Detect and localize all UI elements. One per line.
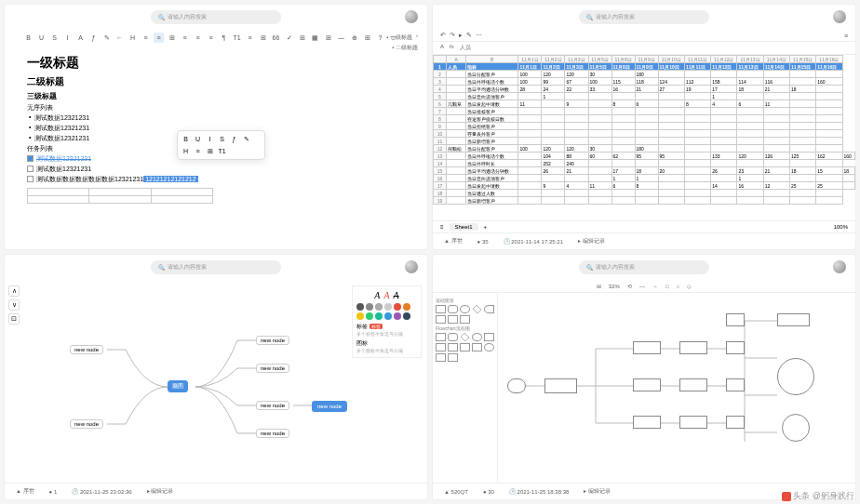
code-button[interactable]: ▦ — [310, 33, 320, 43]
float-format[interactable]: ƒ — [229, 134, 239, 144]
underline-button[interactable]: U — [36, 33, 47, 43]
footer-edit[interactable]: ▸ 编辑记录 — [584, 487, 611, 496]
highlight-button[interactable]: ✎ — [101, 33, 112, 43]
rect-tool[interactable]: □ — [665, 284, 669, 289]
mindmap-node[interactable]: new node — [256, 401, 289, 410]
arrow-tool[interactable]: → — [652, 284, 658, 289]
help-button[interactable]: ? — [375, 33, 385, 43]
shape-storage[interactable] — [448, 343, 458, 351]
avatar[interactable] — [833, 260, 846, 273]
line-tool[interactable]: — — [639, 284, 645, 289]
color-swatch[interactable] — [394, 303, 401, 311]
color-swatch[interactable] — [384, 312, 392, 320]
task-item[interactable]: 测试数据12321231 — [27, 165, 405, 174]
undo-button[interactable]: ← — [114, 33, 125, 43]
attach-button[interactable]: ⊞ — [362, 33, 372, 43]
float-indent[interactable]: ⊞ — [205, 146, 215, 156]
grid-icon[interactable]: ⊞ — [597, 283, 601, 289]
float-bold[interactable]: B — [181, 134, 191, 144]
avatar[interactable] — [405, 10, 418, 23]
align-button[interactable]: ≡ — [180, 33, 190, 43]
spacing-button[interactable]: ≡ — [206, 33, 216, 43]
add-sheet-button[interactable]: + — [484, 224, 488, 230]
shape-process[interactable] — [436, 333, 446, 341]
quote-button[interactable]: 66 — [271, 33, 281, 43]
cell-ref[interactable]: A — [440, 44, 444, 52]
footer-edit[interactable]: ▸ 编辑记录 — [578, 237, 605, 245]
shape-hexagon[interactable] — [448, 315, 458, 324]
shape-prep[interactable] — [472, 343, 482, 351]
flow-node[interactable] — [679, 341, 707, 354]
shape-diamond[interactable] — [473, 305, 482, 314]
search-input[interactable]: 🔍 请输入内容搜索 — [151, 260, 281, 274]
list-button[interactable]: ≡ — [141, 33, 151, 43]
grid-button[interactable]: ⊞ — [323, 33, 333, 43]
float-strike[interactable]: S — [217, 134, 227, 144]
bold-button[interactable]: B — [23, 33, 34, 43]
zoom-in-button[interactable]: ∧ — [8, 285, 20, 297]
color-swatch[interactable] — [403, 312, 410, 320]
spreadsheet-grid[interactable]: AB11月1日11月2日11月3日11月5日11月8日11月9日11月10日11… — [433, 55, 855, 220]
flow-start[interactable] — [507, 378, 526, 393]
empty-table[interactable] — [27, 188, 213, 204]
shape-parallelogram[interactable] — [436, 315, 446, 324]
zoom-display[interactable]: 32% — [609, 284, 620, 289]
color-swatch[interactable] — [356, 303, 364, 311]
flow-node[interactable] — [777, 313, 810, 326]
divider-button[interactable]: — — [336, 33, 346, 43]
flow-node[interactable] — [679, 378, 707, 391]
toc-item[interactable]: • 一级标题 — [386, 33, 418, 43]
formula-input[interactable]: 人员 — [460, 44, 471, 52]
italic-button[interactable]: I — [62, 33, 73, 43]
toc-arrow-icon[interactable]: › — [416, 33, 418, 38]
flowchart-canvas[interactable] — [498, 293, 855, 483]
mindmap-node[interactable]: new node — [70, 345, 103, 354]
shape-roundrect[interactable] — [448, 305, 458, 313]
mindmap-node[interactable]: new node — [256, 336, 289, 345]
color-swatch[interactable] — [375, 303, 383, 311]
flow-circle[interactable] — [777, 358, 814, 395]
shape-manual[interactable] — [460, 343, 470, 351]
flow-node[interactable] — [726, 313, 745, 326]
justify-button[interactable]: ≡ — [193, 33, 203, 43]
search-input[interactable]: 🔍 请输入内容搜索 — [579, 260, 709, 274]
zoom-level[interactable]: 100% — [834, 224, 848, 230]
font-color-button[interactable]: A — [383, 290, 389, 300]
shape-card[interactable] — [436, 353, 446, 362]
mindmap-node-selected[interactable]: new node — [312, 401, 347, 412]
undo-icon[interactable]: ↶ — [440, 32, 446, 39]
checklist-button[interactable]: ✓ — [284, 33, 294, 43]
shape-data[interactable] — [484, 333, 494, 341]
toc-item[interactable]: • 二级标题 — [386, 43, 418, 53]
mindmap-canvas[interactable]: ∧ ∨ ⊡ new node new node 脑图 new node new … — [5, 280, 427, 483]
zoom-out-button[interactable]: ∨ — [8, 299, 20, 311]
color-swatch[interactable] — [366, 303, 373, 311]
flow-node[interactable] — [633, 378, 661, 391]
shape-terminator[interactable] — [448, 333, 458, 341]
shape-document[interactable] — [436, 343, 446, 351]
shape-ellipse[interactable] — [460, 305, 470, 313]
flow-node[interactable] — [726, 416, 745, 429]
cursor-icon[interactable]: ▸ — [459, 32, 463, 39]
mindmap-node[interactable]: new node — [70, 419, 103, 429]
color-swatch[interactable] — [356, 312, 364, 320]
paint-icon[interactable]: ✎ — [466, 32, 472, 39]
flow-node[interactable] — [633, 341, 661, 354]
shape-tape[interactable] — [448, 353, 458, 362]
search-input[interactable]: 🔍 请输入内容搜索 — [151, 10, 281, 24]
redo-icon[interactable]: ↷ — [450, 32, 455, 39]
tabs-menu-icon[interactable]: ≡ — [440, 224, 444, 230]
shape-circle[interactable] — [484, 343, 494, 351]
refresh-icon[interactable]: ⟲ — [627, 283, 632, 289]
float-italic[interactable]: I — [205, 134, 215, 144]
fit-button[interactable]: ⊡ — [8, 313, 20, 325]
flow-node[interactable] — [633, 416, 661, 429]
color-swatch[interactable] — [403, 303, 410, 311]
color-swatch[interactable] — [366, 312, 373, 320]
menu-icon[interactable]: ≡ — [844, 33, 848, 39]
float-list[interactable]: ≡ — [193, 146, 203, 156]
shape-rect[interactable] — [436, 305, 446, 313]
mindmap-node[interactable]: new node — [256, 364, 289, 373]
font-strike-button[interactable]: A — [394, 290, 399, 300]
mindmap-node[interactable]: new node — [256, 429, 289, 438]
